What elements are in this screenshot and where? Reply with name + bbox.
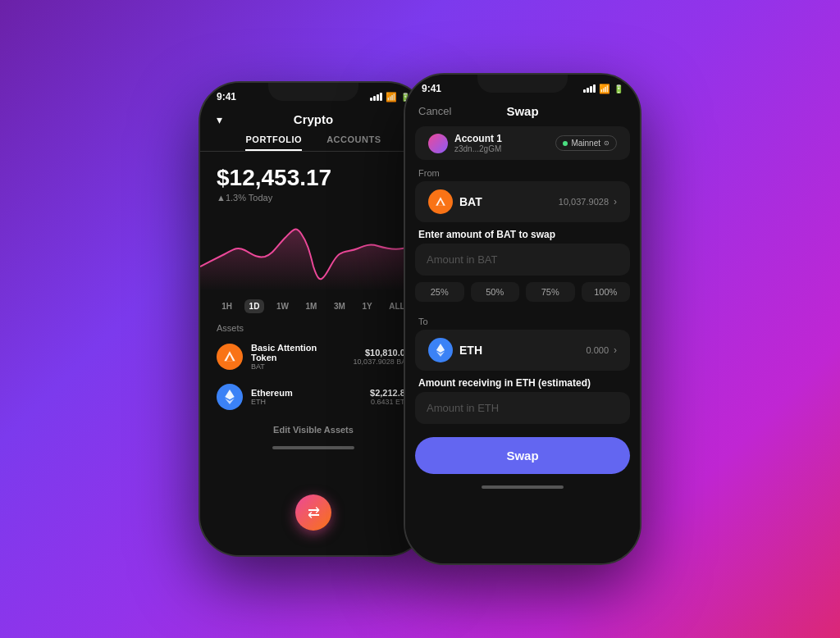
notch-left — [268, 83, 358, 101]
bar4 — [380, 93, 382, 101]
chart-fill — [200, 230, 427, 291]
time-filters: 1H 1D 1W 1M 3M 1Y ALL — [200, 294, 427, 318]
bar1r — [583, 89, 586, 93]
bat-asset-info: Basic Attention Token BAT — [251, 343, 345, 371]
change-pct: ▲1.3% — [217, 193, 246, 203]
tab-accounts[interactable]: ACCOUNTS — [326, 134, 381, 151]
eth-asset-info: Ethereum ETH — [251, 388, 362, 406]
bat-logo-icon — [223, 350, 236, 363]
wifi-icon-right: 📶 — [599, 84, 610, 94]
time-1y[interactable]: 1Y — [357, 299, 377, 313]
phone-left: 9:41 📶 🔋 ▾ Crypto — [199, 81, 428, 557]
account-address: z3dn...2gGM — [454, 144, 502, 153]
edit-assets[interactable]: Edit Visible Assets — [200, 417, 427, 443]
percentage-row: 25% 50% 75% 100% — [405, 276, 640, 308]
swap-header: Cancel Swap — [405, 98, 640, 126]
time-1h[interactable]: 1H — [217, 299, 237, 313]
mainnet-badge[interactable]: Mainnet ⊙ — [555, 135, 617, 151]
swap-title: Swap — [506, 104, 538, 118]
bat-swap-logo — [435, 196, 446, 207]
from-label: From — [405, 160, 640, 181]
status-icons-left: 📶 🔋 — [370, 92, 410, 103]
wifi-icon: 📶 — [386, 92, 397, 103]
from-token-name: BAT — [459, 195, 559, 208]
to-token-balance: 0.000 — [586, 345, 609, 355]
time-1d[interactable]: 1D — [244, 299, 265, 313]
eth-logo-icon — [224, 390, 235, 404]
bar4r — [593, 84, 596, 93]
bat-amount-input[interactable]: Amount in BAT — [415, 244, 630, 276]
portfolio-screen: 9:41 📶 🔋 ▾ Crypto — [200, 83, 427, 555]
swap-button-container: Swap — [405, 424, 640, 481]
pct-75[interactable]: 75% — [526, 282, 575, 302]
bat-asset-values: $10,810.03 10,037.9028 BAT — [354, 348, 410, 366]
swap-fab-button[interactable]: ⇄ — [295, 494, 331, 531]
signal-bars — [370, 93, 382, 101]
pct-25[interactable]: 25% — [415, 282, 464, 302]
portfolio-value: $12,453.17 ▲1.3% Today — [200, 152, 427, 206]
signal-bars-right — [583, 84, 596, 93]
mainnet-chevron-icon: ⊙ — [604, 139, 609, 147]
nav-header: ▾ Crypto — [200, 106, 427, 130]
to-token-chevron-icon: › — [614, 344, 617, 356]
from-token-row[interactable]: BAT 10,037.9028 › — [415, 181, 630, 222]
swap-confirm-button[interactable]: Swap — [415, 437, 630, 474]
battery-icon-right: 🔋 — [614, 84, 623, 93]
nav-title: Crypto — [294, 112, 333, 126]
home-indicator-left — [272, 446, 354, 449]
time-1w[interactable]: 1W — [272, 299, 294, 313]
chevron-down-icon[interactable]: ▾ — [217, 113, 222, 126]
bat-input-label: Enter amount of BAT to swap — [405, 222, 640, 244]
account-bar: Account 1 z3dn...2gGM Mainnet ⊙ — [415, 126, 630, 160]
pct-100[interactable]: 100% — [582, 282, 631, 302]
to-token-name: ETH — [459, 344, 586, 357]
eth-asset-icon — [217, 384, 243, 410]
bar2r — [587, 88, 589, 93]
svg-marker-2 — [225, 390, 234, 399]
eth-asset-item[interactable]: Ethereum ETH $2,212.81 0.6431 ETH — [200, 377, 427, 417]
eth-input-label: Amount receiving in ETH (estimated) — [405, 371, 640, 392]
eth-token-icon — [428, 338, 453, 362]
bar2 — [373, 96, 376, 101]
bat-name: Basic Attention Token — [251, 343, 345, 362]
bat-crypto: 10,037.9028 BAT — [354, 358, 410, 366]
to-label: To — [405, 308, 640, 330]
eth-amount-input[interactable]: Amount in ETH — [415, 392, 630, 424]
home-indicator-right — [482, 485, 564, 489]
phones-container: 9:41 📶 🔋 ▾ Crypto — [199, 73, 641, 565]
time-3m[interactable]: 3M — [329, 299, 350, 313]
status-time-right: 9:41 — [422, 83, 441, 94]
eth-swap-logo — [436, 344, 445, 357]
from-token-balance: 10,037.9028 — [559, 197, 609, 207]
time-1m[interactable]: 1M — [301, 299, 322, 313]
account-avatar — [428, 134, 448, 153]
tab-bar: PORTFOLIO ACCOUNTS — [200, 130, 427, 152]
phone-right: 9:41 📶 🔋 Cancel Swap — [404, 73, 641, 565]
portfolio-main-value: $12,453.17 — [217, 165, 410, 191]
eth-name: Ethereum — [251, 388, 362, 398]
mainnet-label: Mainnet — [571, 139, 600, 148]
chart-svg — [200, 209, 427, 291]
account-name: Account 1 — [454, 133, 502, 144]
to-token-row[interactable]: ETH 0.000 › — [415, 330, 630, 371]
bar3r — [590, 86, 592, 93]
swap-fab-icon: ⇄ — [308, 504, 320, 522]
change-period-text: Today — [249, 193, 272, 203]
cancel-button[interactable]: Cancel — [418, 105, 451, 117]
assets-label: Assets — [200, 318, 427, 336]
bat-usd: $10,810.03 — [354, 348, 410, 358]
eth-ticker: ETH — [251, 398, 362, 406]
from-token-chevron-icon: › — [614, 196, 617, 207]
bar3 — [377, 94, 379, 101]
svg-marker-6 — [436, 344, 445, 353]
tab-portfolio[interactable]: PORTFOLIO — [245, 134, 302, 151]
pct-50[interactable]: 50% — [471, 282, 520, 302]
bat-ticker: BAT — [251, 362, 345, 371]
bat-asset-icon — [217, 344, 243, 370]
mainnet-dot — [563, 141, 568, 146]
bat-token-icon — [428, 189, 453, 214]
bat-asset-item[interactable]: Basic Attention Token BAT $10,810.03 10,… — [200, 336, 427, 377]
account-info: Account 1 z3dn...2gGM — [428, 133, 502, 153]
status-icons-right: 📶 🔋 — [583, 84, 623, 94]
value-change: ▲1.3% Today — [217, 193, 410, 203]
